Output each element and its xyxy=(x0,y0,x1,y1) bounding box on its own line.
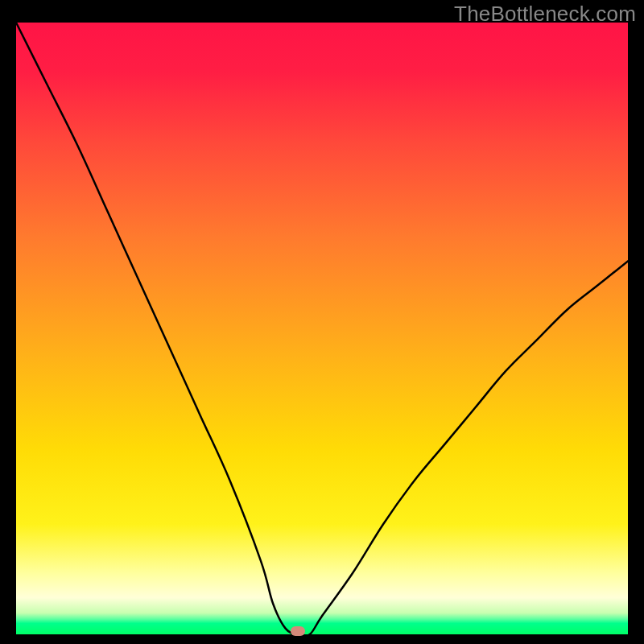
plot-area xyxy=(16,23,628,634)
chart-frame: TheBottleneck.com xyxy=(0,0,644,644)
minimum-marker-icon xyxy=(291,626,305,636)
bottleneck-curve xyxy=(16,23,628,634)
watermark-text: TheBottleneck.com xyxy=(454,2,636,27)
